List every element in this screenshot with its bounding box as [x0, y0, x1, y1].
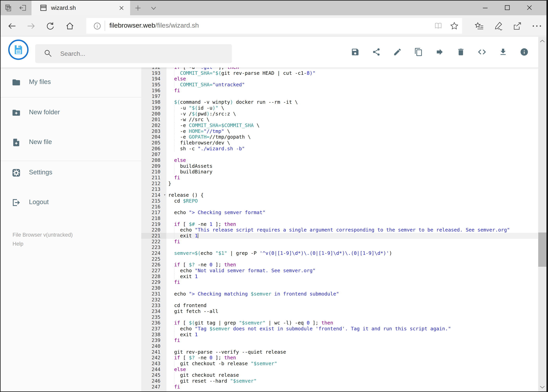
code-line[interactable]: 216 — [141, 204, 538, 210]
code-line[interactable]: 195 COMMIT_SHA="untracked" — [141, 82, 538, 88]
code-line[interactable]: 222 fi — [141, 239, 538, 245]
code-line[interactable]: 204 -e GOPATH=//tmp/gopath \ — [141, 134, 538, 140]
fold-arrow-icon[interactable]: ▾ — [164, 192, 166, 198]
code-line[interactable]: 208 else — [141, 157, 538, 163]
filebrowser-logo[interactable] — [8, 40, 28, 60]
code-line[interactable]: 201 -w //src \ — [141, 117, 538, 123]
code-line[interactable]: 193 COMMIT_SHA="$(git rev-parse HEAD | c… — [141, 70, 538, 76]
home-icon[interactable] — [65, 21, 74, 31]
close-window-button[interactable] — [522, 3, 537, 12]
code-line[interactable]: 197 — [141, 93, 538, 99]
code-line[interactable]: 240 — [141, 343, 538, 349]
code-line[interactable]: 239 fi — [141, 337, 538, 343]
scrollbar-thumb[interactable] — [538, 232, 547, 267]
code-line[interactable]: 231 echo "> Checking matching $semver in… — [141, 291, 538, 297]
move-icon[interactable] — [435, 48, 444, 56]
reading-view-icon[interactable] — [434, 21, 443, 31]
minimize-button[interactable] — [477, 3, 493, 12]
code-line[interactable]: 246 git reset --hard "$semver" — [141, 378, 538, 384]
code-line[interactable]: 199 -u "$(id -u)" \ — [141, 105, 538, 111]
code-line[interactable]: 230 — [141, 285, 538, 291]
refresh-icon[interactable] — [46, 21, 55, 31]
code-line[interactable]: 217 echo "> Checking semver format" — [141, 210, 538, 216]
code-line[interactable]: 226 if [ $? -ne 0 ]; then — [141, 262, 538, 268]
copy-icon[interactable] — [414, 48, 423, 56]
code-line[interactable]: 241 git rev-parse --verify --quiet relea… — [141, 349, 538, 355]
vertical-scrollbar[interactable] — [538, 37, 547, 392]
code-editor[interactable]: 192 if [ -d ".git" ]; then193 COMMIT_SHA… — [141, 68, 538, 392]
share-icon[interactable] — [372, 48, 381, 56]
code-line[interactable]: 215 cd $REPO — [141, 198, 538, 204]
code-line[interactable]: 210 buildBinary — [141, 169, 538, 175]
scroll-up-icon[interactable] — [538, 37, 547, 45]
code-line[interactable]: 238 exit 1 — [141, 332, 538, 338]
code-line[interactable]: 223 — [141, 245, 538, 250]
raw-code-icon[interactable] — [478, 48, 486, 56]
code-line[interactable]: 236 if [ $(git tag | grep "$semver" | wc… — [141, 320, 538, 326]
info-icon[interactable] — [520, 48, 529, 56]
code-line[interactable]: 192 if [ -d ".git" ]; then — [141, 68, 538, 70]
code-line[interactable]: 211 fi — [141, 175, 538, 181]
code-line[interactable]: 242 if [ $? -ne 0 ]; then — [141, 355, 538, 361]
favorite-star-icon[interactable] — [450, 21, 458, 31]
hub-favorites-icon[interactable] — [475, 21, 484, 31]
maximize-button[interactable] — [499, 3, 515, 12]
search-input[interactable]: Search... — [35, 44, 232, 63]
code-line[interactable]: 232 — [141, 297, 538, 303]
code-line[interactable]: 237 echo "Tag $semver does not exist in … — [141, 326, 538, 332]
code-line[interactable]: 207 — [141, 152, 538, 157]
back-icon[interactable] — [7, 21, 16, 31]
code-line[interactable]: 221 exit 1 — [141, 233, 538, 239]
url-text[interactable]: filebrowser.web/files/wizard.sh — [109, 21, 199, 29]
active-tab[interactable]: wizard.sh — [32, 0, 130, 15]
code-line[interactable]: 213 — [141, 186, 538, 192]
tab-close-icon[interactable] — [118, 5, 125, 11]
help-link[interactable]: Help — [13, 239, 73, 248]
code-line[interactable]: 212} — [141, 181, 538, 187]
code-line[interactable]: 203 -e HOME="//tmp" \ — [141, 128, 538, 134]
code-line[interactable]: 196 fi — [141, 88, 538, 94]
code-line[interactable]: 220 echo "This release script requires a… — [141, 227, 538, 233]
annotate-pen-icon[interactable] — [494, 21, 503, 31]
code-line[interactable]: 219 if [ $# -ne 1 ]; then — [141, 221, 538, 227]
sidebar-item-my-files[interactable]: My files — [0, 73, 141, 91]
code-line[interactable]: 202 -e COMMIT_SHA=$COMMIT_SHA \ — [141, 123, 538, 128]
code-line[interactable]: 245 git checkout release — [141, 372, 538, 378]
code-line[interactable]: 225 — [141, 256, 538, 262]
tabs-aside-icon[interactable] — [19, 4, 27, 12]
site-info-icon[interactable] — [93, 22, 101, 31]
download-icon[interactable] — [499, 48, 507, 56]
code-line[interactable]: 194 else — [141, 76, 538, 82]
code-line[interactable]: 234 git fetch --all — [141, 308, 538, 314]
code-line[interactable]: 243 git checkout -b release "$semver" — [141, 361, 538, 367]
sidebar-item-new-file[interactable]: New file — [0, 133, 141, 151]
code-line[interactable]: 198 $(command -v winpty) docker run --rm… — [141, 99, 538, 105]
address-bar[interactable]: filebrowser.web/files/wizard.sh — [86, 18, 462, 34]
tab-list-chevron-icon[interactable] — [150, 6, 157, 11]
scroll-down-icon[interactable] — [538, 383, 547, 392]
code-line[interactable]: 228 exit 1 — [141, 273, 538, 280]
edit-icon[interactable] — [393, 48, 402, 56]
code-line[interactable]: 205 filebrowser/dev \ — [141, 140, 538, 146]
code-line[interactable]: 233 cd frontend — [141, 302, 538, 308]
code-line[interactable]: 227 echo "Not valid semver format. See s… — [141, 268, 538, 273]
code-line[interactable]: 209 buildAssets — [141, 163, 538, 169]
code-line[interactable]: 244 else — [141, 367, 538, 372]
code-line[interactable]: 247 fi — [141, 384, 538, 390]
sidebar-item-logout[interactable]: Logout — [0, 193, 141, 211]
save-icon[interactable] — [351, 48, 360, 56]
delete-icon[interactable] — [457, 48, 465, 56]
code-line[interactable]: 235 — [141, 314, 538, 320]
code-line[interactable]: 218 — [141, 216, 538, 221]
code-line[interactable]: 224 semver=$(echo "$1" | grep -P '^v(0|[… — [141, 250, 538, 256]
forward-icon[interactable] — [27, 21, 36, 31]
code-line[interactable]: 214▾release () { — [141, 192, 538, 198]
tab-preview-icon[interactable] — [4, 4, 12, 12]
new-tab-icon[interactable] — [135, 5, 141, 11]
share-page-icon[interactable] — [513, 21, 522, 31]
sidebar-item-settings[interactable]: Settings — [0, 164, 141, 182]
code-line[interactable]: 229 fi — [141, 279, 538, 285]
code-line[interactable]: 206 sh -c "./wizard.sh -b" — [141, 146, 538, 152]
more-options-icon[interactable] — [531, 21, 542, 31]
sidebar-item-new-folder[interactable]: New folder — [0, 104, 141, 121]
